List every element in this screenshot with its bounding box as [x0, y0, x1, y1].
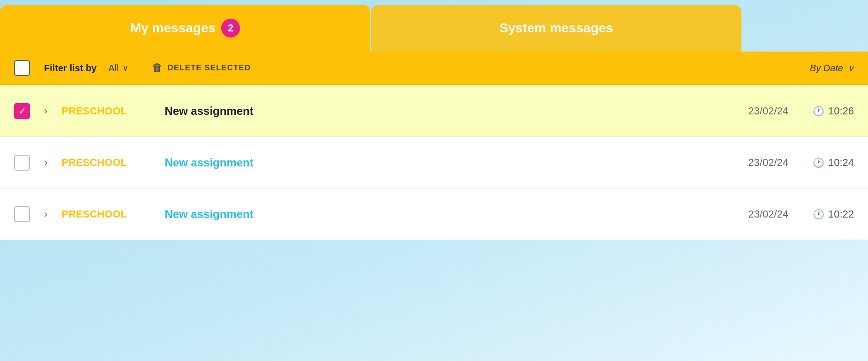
row-date: 23/02/24 [713, 157, 788, 169]
row-date: 23/02/24 [713, 105, 788, 117]
row-title[interactable]: New assignment [165, 156, 704, 169]
tab-system-messages[interactable]: System messages [371, 5, 741, 52]
sort-value: By Date [810, 63, 843, 74]
clock-icon: 🕐 [813, 105, 824, 117]
select-all-checkbox[interactable] [14, 60, 30, 76]
toolbar: Filter list by All ∨ 🗑 DELETE SELECTED B… [0, 52, 868, 85]
tab-my-messages[interactable]: My messages 2 [0, 5, 370, 52]
filter-chevron-down-icon[interactable]: ∨ [122, 63, 128, 73]
row-category: PRESCHOOL [61, 157, 155, 169]
delete-selected-button[interactable]: 🗑 DELETE SELECTED [152, 62, 250, 74]
row-time: 🕐10:24 [798, 157, 854, 169]
row-expand-icon[interactable]: › [44, 208, 47, 220]
system-messages-label: System messages [500, 21, 614, 36]
tabs-row: My messages 2 System messages [0, 0, 868, 52]
row-time-value: 10:22 [828, 208, 854, 220]
trash-icon: 🗑 [152, 62, 163, 74]
row-title[interactable]: New assignment [165, 105, 704, 118]
row-expand-icon[interactable]: › [44, 157, 47, 169]
row-time: 🕐10:26 [798, 105, 854, 117]
row-time: 🕐10:22 [798, 208, 854, 220]
row-checkbox[interactable] [14, 155, 30, 171]
row-time-value: 10:26 [828, 105, 854, 117]
clock-icon: 🕐 [813, 209, 824, 220]
app-container: My messages 2 System messages Filter lis… [0, 0, 868, 361]
sort-select[interactable]: By Date ∨ [810, 63, 854, 74]
my-messages-label: My messages [130, 21, 216, 36]
clock-icon: 🕐 [813, 157, 824, 168]
row-title[interactable]: New assignment [165, 208, 704, 221]
row-checkbox[interactable] [14, 206, 30, 222]
sort-chevron-down-icon[interactable]: ∨ [848, 63, 854, 73]
row-time-value: 10:24 [828, 157, 854, 169]
row-category: PRESCHOOL [61, 208, 155, 220]
filter-value: All [108, 63, 119, 74]
message-row[interactable]: ✓›PRESCHOOLNew assignment23/02/24🕐10:26 [0, 85, 868, 137]
row-category: PRESCHOOL [61, 105, 155, 117]
filter-label: Filter list by [44, 63, 97, 74]
message-row[interactable]: ›PRESCHOOLNew assignment23/02/24🕐10:24 [0, 137, 868, 188]
delete-label: DELETE SELECTED [167, 63, 250, 73]
row-checkbox[interactable]: ✓ [14, 103, 30, 119]
message-row[interactable]: ›PRESCHOOLNew assignment23/02/24🕐10:22 [0, 188, 868, 240]
row-date: 23/02/24 [713, 208, 788, 220]
message-list: ✓›PRESCHOOLNew assignment23/02/24🕐10:26›… [0, 85, 868, 240]
filter-select[interactable]: All ∨ [108, 63, 128, 74]
my-messages-badge: 2 [221, 19, 240, 38]
row-expand-icon[interactable]: › [44, 105, 47, 117]
